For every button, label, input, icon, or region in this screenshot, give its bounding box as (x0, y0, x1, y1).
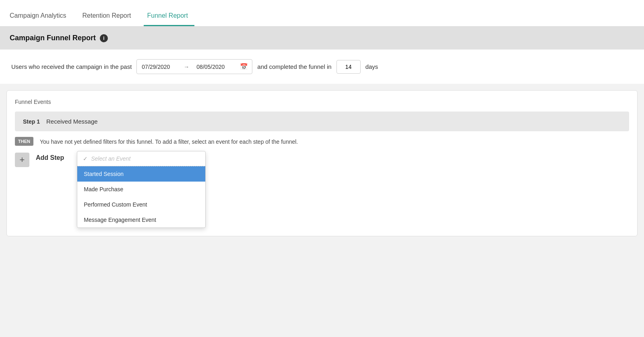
calendar-icon[interactable]: 📅 (236, 60, 252, 74)
add-step-button[interactable]: + (15, 153, 29, 167)
date-range-picker[interactable]: → 📅 (136, 59, 252, 74)
dropdown-item-performed-custom-event[interactable]: Performed Custom Event (77, 197, 205, 212)
dropdown-item-message-engagement-event[interactable]: Message Engagement Event (77, 212, 205, 227)
add-step-row: + Add Step ✓ Select an Event Started Ses… (15, 151, 629, 228)
tab-retention-report[interactable]: Retention Report (79, 12, 138, 26)
add-step-label: Add Step (36, 154, 64, 161)
then-badge: THEN (15, 137, 33, 146)
report-header: Campaign Funnel Report i (0, 27, 644, 50)
step-1-row: Step 1 Received Message (15, 112, 629, 131)
then-row: THEN You have not yet defined filters fo… (15, 136, 629, 146)
event-dropdown-menu: ✓ Select an Event Started Session Made P… (77, 151, 206, 228)
tab-bar: Campaign Analytics Retention Report Funn… (0, 0, 644, 27)
days-label: days (365, 63, 378, 70)
step-1-event: Received Message (46, 118, 98, 125)
report-title: Campaign Funnel Report (10, 34, 96, 42)
filter-label-after: and completed the funnel in (257, 63, 331, 70)
tab-campaign-analytics[interactable]: Campaign Analytics (6, 12, 73, 26)
info-icon[interactable]: i (100, 34, 108, 42)
check-icon: ✓ (83, 155, 88, 162)
event-dropdown-wrapper: ✓ Select an Event Started Session Made P… (77, 151, 206, 228)
tab-funnel-report[interactable]: Funnel Report (144, 12, 194, 26)
page-content: Campaign Funnel Report i Users who recei… (0, 27, 644, 337)
then-message: You have not yet defined filters for thi… (40, 136, 298, 146)
filter-label-before: Users who received the campaign in the p… (11, 63, 132, 70)
dropdown-item-started-session[interactable]: Started Session (77, 166, 205, 182)
dropdown-placeholder: Select an Event (91, 155, 130, 162)
filter-row: Users who received the campaign in the p… (0, 50, 644, 84)
dropdown-item-made-purchase[interactable]: Made Purchase (77, 182, 205, 197)
date-arrow-icon: → (181, 64, 192, 70)
days-input[interactable] (336, 60, 361, 74)
date-end-input[interactable] (192, 60, 236, 73)
step-1-badge: Step 1 (23, 118, 40, 125)
date-start-input[interactable] (137, 60, 181, 73)
funnel-section: Funnel Events Step 1 Received Message TH… (6, 90, 638, 236)
funnel-events-label: Funnel Events (15, 99, 629, 105)
dropdown-header: ✓ Select an Event (77, 151, 205, 166)
